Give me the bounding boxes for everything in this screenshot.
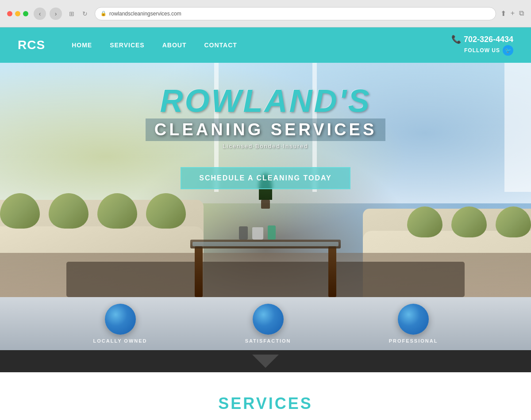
table-glass — [192, 242, 339, 246]
browser-actions: ⬆ + ⧉ — [500, 9, 524, 18]
nav-about[interactable]: ABOUT — [162, 42, 187, 49]
nav-logo[interactable]: RCS — [18, 38, 45, 52]
minimize-dot[interactable] — [15, 11, 20, 16]
nav-follow: FOLLOW US 🐦 — [464, 45, 513, 56]
table-leg-right — [328, 246, 336, 297]
website: RCS HOME SERVICES ABOUT CONTACT 📞 702-32… — [0, 27, 531, 420]
forward-button[interactable]: › — [50, 8, 62, 20]
nav-phone-number: 702-326-4434 — [464, 35, 513, 44]
feature-locally-owned: LOCALLY OWNED — [93, 304, 147, 344]
nav-links: HOME SERVICES ABOUT CONTACT — [72, 42, 451, 49]
table-bottle — [268, 225, 276, 240]
nav-services[interactable]: SERVICES — [110, 42, 145, 49]
browser-controls: ‹ › — [34, 8, 62, 20]
phone-icon: 📞 — [451, 34, 461, 44]
share-icon[interactable]: ⬆ — [500, 9, 506, 18]
browser-chrome: ‹ › ⊞ ↻ 🔒 rowlandscleaningservices.com ⬆… — [0, 0, 531, 27]
table-leg-left — [195, 246, 203, 297]
twitter-icon[interactable]: 🐦 — [503, 45, 513, 56]
arrow-down-icon — [252, 355, 279, 368]
feature-ball-3 — [398, 304, 429, 335]
browser-dots — [7, 11, 28, 16]
hero-subtitle: Licensed·Bonded·Insured — [223, 143, 308, 149]
nav-contact[interactable]: CONTACT — [204, 42, 237, 49]
plant-pot — [261, 200, 270, 209]
reload-button[interactable]: ↻ — [80, 8, 90, 19]
feature-satisfaction: SATISFACTION — [245, 304, 291, 344]
feature-label-3: PROFESSIONAL — [389, 338, 438, 344]
nav-home[interactable]: HOME — [72, 42, 92, 49]
follow-label: FOLLOW US — [464, 47, 500, 53]
hero-content: ROWLAND'S CLEANING SERVICES Licensed·Bon… — [0, 85, 531, 189]
table-item-1 — [239, 226, 248, 240]
back-button[interactable]: ‹ — [34, 8, 46, 20]
hero-section: ROWLAND'S CLEANING SERVICES Licensed·Bon… — [0, 63, 531, 297]
features-bar: LOCALLY OWNED SATISFACTION PROFESSIONAL — [0, 297, 531, 350]
feature-ball-1 — [105, 304, 136, 335]
hero-title-main: ROWLAND'S — [160, 85, 371, 117]
maximize-dot[interactable] — [23, 11, 28, 16]
new-tab-icon[interactable]: + — [511, 9, 515, 18]
feature-label-1: LOCALLY OWNED — [93, 338, 147, 344]
duplicate-icon[interactable]: ⧉ — [519, 9, 524, 18]
feature-professional: PROFESSIONAL — [389, 304, 438, 344]
navbar: RCS HOME SERVICES ABOUT CONTACT 📞 702-32… — [0, 27, 531, 63]
table-mug — [252, 227, 263, 240]
close-dot[interactable] — [7, 11, 12, 16]
nav-right: 📞 702-326-4434 FOLLOW US 🐦 — [451, 34, 513, 56]
address-bar[interactable]: 🔒 rowlandscleaningservices.com — [95, 7, 496, 20]
services-section: SERVICES ASK US ABOUT OUR $77.00 SPECIAL… — [0, 372, 531, 420]
services-title: SERVICES — [18, 394, 513, 413]
coffee-table — [177, 209, 354, 297]
feature-label-2: SATISFACTION — [245, 338, 291, 344]
hero-title-sub: CLEANING SERVICES — [146, 118, 385, 141]
schedule-button[interactable]: SCHEDULE A CLEANING TODAY — [181, 167, 350, 189]
nav-phone[interactable]: 📞 702-326-4434 — [451, 34, 513, 44]
divider-section — [0, 350, 531, 372]
browser-tab-icon: ⊞ — [66, 8, 77, 19]
lock-icon: 🔒 — [100, 11, 107, 16]
feature-ball-2 — [253, 304, 284, 335]
url-text: rowlandscleaningservices.com — [109, 11, 181, 17]
